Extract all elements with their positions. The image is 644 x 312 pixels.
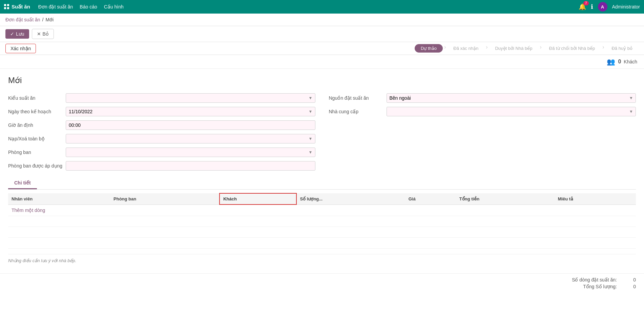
- form-right: Nguồn đặt suất ăn Bên ngoài ▼ Nhà cung c…: [329, 93, 636, 171]
- field-nap-xoa: Nạp/Xoá toàn bộ ▼: [8, 134, 315, 143]
- grid-icon: [4, 4, 9, 9]
- gio-an-dinh-label: Giờ ăn định: [8, 120, 62, 128]
- form-title: Mới: [8, 76, 636, 85]
- pipeline-step-da-xac-nhan[interactable]: Đã xác nhận: [447, 44, 484, 53]
- guest-number: 0: [618, 59, 621, 65]
- phong-ban-ap-dung-label: Phòng ban được áp dụng: [8, 161, 62, 169]
- guest-count-bar: 👥 0 Khách: [0, 55, 644, 69]
- nav-bao-cao[interactable]: Báo cáo: [80, 4, 97, 9]
- nap-xoa-select[interactable]: [66, 134, 315, 143]
- brand-name: Suất ăn: [12, 4, 30, 10]
- table-header-row: Nhân viên Phòng ban Khách Số lượng... Gi…: [8, 193, 636, 204]
- top-navigation: Suất ăn Đơn đặt suất ăn Báo cáo Cấu hình…: [0, 0, 644, 14]
- summary-row-so-dong: Số dòng đặt suất ăn: 0: [572, 277, 636, 282]
- user-avatar: A: [598, 2, 607, 12]
- form-area: Mới Kiểu suất ăn ▼ Ngày theo kế hoạch 11…: [0, 69, 644, 273]
- confirm-button-area: Xác nhận: [5, 44, 36, 53]
- nguon-dat-label: Nguồn đặt suất ăn: [329, 93, 383, 101]
- col-phong-ban: Phòng ban: [110, 193, 220, 204]
- nav-menu: Đơn đặt suất ăn Báo cáo Cấu hình: [38, 4, 570, 9]
- phong-ban-select[interactable]: [66, 148, 315, 157]
- pipeline-step-du-thao[interactable]: Dự thảo: [415, 44, 443, 53]
- col-tong-tien: Tổng tiền: [456, 193, 555, 204]
- save-button[interactable]: ✓ Lưu: [5, 29, 29, 39]
- ngay-ke-hoach-label: Ngày theo kế hoạch: [8, 107, 62, 114]
- pipeline-step-tu-choi-nha-bep[interactable]: Đã từ chối bởi Nhà bếp: [543, 44, 601, 53]
- top-right-controls: 🔔 7 ℹ A Administrator: [579, 2, 640, 12]
- notification-count: 7: [583, 1, 589, 5]
- field-kieu-suat-an: Kiểu suất ăn ▼: [8, 93, 315, 103]
- table-row-empty-2: [8, 227, 636, 238]
- table-area: Nhân viên Phòng ban Khách Số lượng... Gi…: [8, 193, 636, 249]
- discard-button[interactable]: ✕ Bỏ: [32, 29, 54, 39]
- info-icon[interactable]: ℹ: [591, 3, 593, 11]
- field-gio-an-dinh: Giờ ăn định: [8, 120, 315, 130]
- so-dong-value: 0: [622, 277, 636, 282]
- table-row-empty-1: [8, 216, 636, 227]
- guest-count: 👥 0 Khách: [607, 58, 637, 66]
- check-icon: ✓: [10, 31, 14, 37]
- notes-placeholder: Những điều cần lưu ý với nhà bếp.: [8, 258, 76, 263]
- toolbar: ✓ Lưu ✕ Bỏ: [0, 26, 644, 42]
- order-table: Nhân viên Phòng ban Khách Số lượng... Gi…: [8, 193, 636, 249]
- pipeline-step-duyet-nha-bep[interactable]: Duyệt bởi Nhà bếp: [489, 44, 538, 53]
- user-name[interactable]: Administrator: [612, 4, 640, 9]
- col-gia: Giá: [405, 193, 456, 204]
- form-left: Kiểu suất ăn ▼ Ngày theo kế hoạch 11/10/…: [8, 93, 315, 171]
- footer-summary: Số dòng đặt suất ăn: 0 Tổng Số lượng: 0: [0, 273, 644, 293]
- phong-ban-ap-dung-input[interactable]: [66, 161, 315, 171]
- pipeline-steps: Dự thảo › Đã xác nhận › Duyệt bởi Nhà bế…: [415, 44, 639, 53]
- breadcrumb-current: Mới: [45, 17, 54, 22]
- kieu-suat-an-wrap: ▼: [66, 93, 315, 103]
- confirm-button[interactable]: Xác nhận: [5, 44, 36, 53]
- ngay-ke-hoach-wrap: 11/10/2022 ▼: [66, 107, 315, 116]
- col-khach: Khách: [220, 193, 296, 204]
- nav-don-dat-suat-an[interactable]: Đơn đặt suất ăn: [38, 4, 73, 9]
- guest-label: Khách: [624, 59, 637, 64]
- nguon-dat-select[interactable]: Bên ngoài: [387, 93, 636, 103]
- form-grid: Kiểu suất ăn ▼ Ngày theo kế hoạch 11/10/…: [8, 93, 636, 171]
- phong-ban-label: Phòng ban: [8, 148, 62, 155]
- field-phong-ban-ap-dung: Phòng ban được áp dụng: [8, 161, 315, 171]
- gio-an-dinh-input[interactable]: [66, 120, 315, 130]
- tong-so-luong-label: Tổng Số lượng:: [583, 284, 617, 289]
- kieu-suat-an-select[interactable]: [66, 93, 315, 103]
- tong-so-luong-value: 0: [622, 284, 636, 289]
- notes-area: Những điều cần lưu ý với nhà bếp.: [8, 254, 636, 267]
- nha-cung-cap-label: Nhà cung cấp: [329, 107, 383, 114]
- table-row-add: Thêm một dòng: [8, 204, 636, 216]
- people-icon: 👥: [607, 58, 615, 66]
- kieu-suat-an-label: Kiểu suất ăn: [8, 93, 62, 101]
- pipeline-bar: Xác nhận Dự thảo › Đã xác nhận › Duyệt b…: [0, 42, 644, 55]
- field-nguon-dat: Nguồn đặt suất ăn Bên ngoài ▼: [329, 93, 636, 103]
- field-ngay-ke-hoach: Ngày theo kế hoạch 11/10/2022 ▼: [8, 107, 315, 116]
- nav-cau-hinh[interactable]: Cấu hình: [104, 4, 124, 9]
- table-row-empty-3: [8, 238, 636, 249]
- pipeline-step-da-huy-bo[interactable]: Đã huỷ bỏ: [605, 44, 639, 53]
- summary-row-tong-so-luong: Tổng Số lượng: 0: [583, 284, 636, 289]
- field-phong-ban: Phòng ban ▼: [8, 148, 315, 157]
- notification-bell[interactable]: 🔔 7: [579, 3, 586, 11]
- so-dong-label: Số dòng đặt suất ăn:: [572, 277, 617, 282]
- add-row-link[interactable]: Thêm một dòng: [12, 208, 45, 213]
- x-icon: ✕: [37, 31, 41, 37]
- col-so-luong: Số lượng...: [296, 193, 405, 204]
- app-brand[interactable]: Suất ăn: [4, 4, 30, 10]
- breadcrumb-separator: /: [42, 17, 44, 22]
- breadcrumb-parent[interactable]: Đơn đặt suất ăn: [5, 17, 40, 22]
- breadcrumb: Đơn đặt suất ăn / Mới: [0, 14, 644, 26]
- col-mieu-ta: Miêu tả: [555, 193, 636, 204]
- field-nha-cung-cap: Nhà cung cấp ▼: [329, 107, 636, 116]
- nha-cung-cap-select[interactable]: [387, 107, 636, 116]
- col-nhan-vien: Nhân viên: [8, 193, 110, 204]
- tab-chi-tiet[interactable]: Chi tiết: [8, 177, 37, 189]
- tabs: Chi tiết: [8, 177, 636, 190]
- ngay-ke-hoach-select[interactable]: 11/10/2022: [66, 107, 315, 116]
- nap-xoa-label: Nạp/Xoá toàn bộ: [8, 134, 62, 141]
